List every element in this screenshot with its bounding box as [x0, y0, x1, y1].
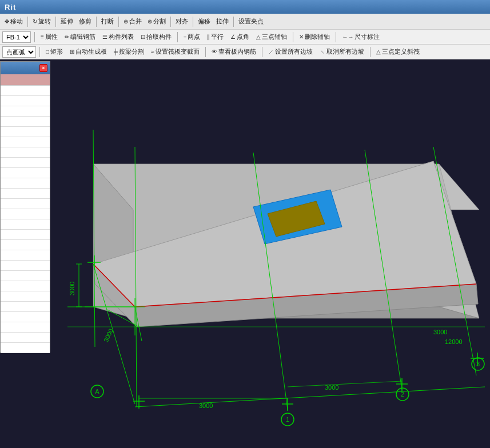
toolbar-row2: FB-1 ≡ 属性 ✏ 编辑钢筋 ☰ 构件列表 ⊡ 拾取构件 ·· 两点 ∥ 平…	[0, 30, 490, 45]
viewport-svg: 3000 3000 3000 3000 3000 12000 A 1 2	[50, 61, 490, 448]
set-slope-icon: ⟋	[268, 49, 274, 55]
side-panel-rows	[1, 86, 50, 353]
merge-btn[interactable]: ⊕ 合并	[121, 16, 144, 27]
move-btn[interactable]: ✥ 移动	[2, 16, 25, 27]
stretch-btn[interactable]: 拉伸	[214, 16, 231, 27]
extend-btn[interactable]: 延伸	[58, 16, 75, 27]
side-panel-row	[1, 230, 50, 240]
split-beam-btn[interactable]: ╪ 按梁分割	[111, 46, 146, 57]
split-label: 分割	[153, 17, 166, 26]
three-aux-icon: △	[256, 34, 261, 40]
sep12	[39, 47, 40, 57]
sep8	[34, 32, 35, 42]
break-label: 打断	[101, 17, 114, 26]
component-dropdown[interactable]: FB-1	[2, 31, 31, 43]
side-panel-row	[1, 322, 50, 333]
edit-rebar-label: 编辑钢筋	[70, 33, 95, 41]
pick-label: 拾取构件	[146, 33, 172, 41]
rect-icon: □	[46, 49, 49, 55]
set-section-icon: ≈	[151, 49, 154, 55]
extend-label: 延伸	[61, 17, 73, 26]
sep13	[205, 47, 206, 57]
side-panel-row	[1, 333, 50, 343]
side-panel-row	[1, 189, 50, 199]
side-panel-row	[1, 291, 50, 302]
sep11	[336, 32, 336, 42]
side-panel-row	[1, 168, 50, 178]
sep4	[118, 17, 119, 27]
props-btn[interactable]: ≡ 属性	[38, 31, 60, 42]
angle-btn[interactable]: ∠ 点角	[228, 31, 252, 42]
del-aux-btn[interactable]: ✕ 删除辅轴	[297, 31, 332, 42]
main-viewport: ×	[0, 61, 490, 448]
view-rebar-label: 查看板内钢筋	[218, 47, 256, 56]
rotate-label: 旋转	[38, 17, 51, 26]
angle-label: 点角	[237, 33, 249, 41]
dim-label: 尺寸标注	[354, 33, 380, 41]
cancel-slope-btn[interactable]: ⟍ 取消所有边坡	[317, 46, 366, 57]
rotate-btn[interactable]: ↻ 旋转	[30, 16, 53, 27]
set-section-label: 设置筏板变截面	[156, 47, 200, 56]
app-title: Rit	[5, 3, 16, 11]
edit-rebar-btn[interactable]: ✏ 编辑钢筋	[62, 31, 98, 42]
comp-list-label: 构件列表	[109, 33, 134, 41]
cancel-slope-label: 取消所有边坡	[326, 47, 364, 56]
draw-mode-dropdown[interactable]: 点画弧	[2, 46, 36, 58]
side-panel-row	[1, 281, 50, 291]
set-section-btn[interactable]: ≈ 设置筏板变截面	[149, 46, 202, 57]
align-label: 对齐	[176, 17, 188, 26]
side-panel-row	[1, 137, 50, 147]
svg-text:1: 1	[286, 416, 289, 423]
side-panel-row	[1, 343, 50, 353]
side-panel-row	[1, 127, 50, 137]
two-point-btn[interactable]: ·· 两点	[181, 31, 203, 42]
side-panel-row	[1, 250, 50, 261]
align-btn[interactable]: 对齐	[173, 16, 190, 27]
set-slope-label: 设置所有边坡	[275, 47, 313, 56]
setpoint-label: 设置夹点	[238, 17, 264, 26]
side-panel-title-row	[1, 74, 50, 86]
side-panel-header: ×	[1, 62, 50, 74]
side-panel-row	[1, 209, 50, 219]
comp-list-btn[interactable]: ☰ 构件列表	[100, 31, 136, 42]
del-aux-icon: ✕	[299, 34, 304, 40]
viewport-3d[interactable]: 3000 3000 3000 3000 3000 12000 A 1 2	[50, 61, 490, 448]
auto-gen-label: 自动生成板	[75, 47, 107, 56]
side-panel: ×	[0, 61, 50, 353]
sep1	[27, 17, 28, 27]
three-slope-icon: △	[376, 49, 381, 55]
two-point-label: 两点	[188, 33, 200, 41]
offset-btn[interactable]: 偏移	[196, 16, 213, 27]
split-btn[interactable]: ⊗ 分割	[145, 16, 168, 27]
three-slope-label: 三点定义斜筏	[382, 47, 420, 56]
side-panel-row	[1, 312, 50, 322]
rotate-icon: ↻	[33, 18, 37, 25]
side-panel-row	[1, 86, 50, 96]
parallel-btn[interactable]: ∥ 平行	[205, 31, 226, 42]
view-rebar-icon: 👁	[212, 49, 217, 55]
toolbar-row1: ✥ 移动 ↻ 旋转 延伸 修剪 打断 ⊕ 合并 ⊗ 分割 对齐 偏移 拉伸 设置…	[0, 14, 490, 30]
break-btn[interactable]: 打断	[99, 16, 116, 27]
stretch-label: 拉伸	[216, 17, 229, 26]
setpoint-btn[interactable]: 设置夹点	[236, 16, 266, 27]
side-panel-row	[1, 117, 50, 127]
props-label: 属性	[45, 33, 58, 41]
parallel-icon: ∥	[207, 34, 210, 40]
three-slope-btn[interactable]: △ 三点定义斜筏	[374, 46, 422, 57]
offset-label: 偏移	[198, 17, 210, 26]
dim-icon: ←→	[342, 34, 353, 40]
side-panel-row	[1, 178, 50, 189]
trim-btn[interactable]: 修剪	[77, 16, 94, 27]
side-panel-row	[1, 106, 50, 117]
view-rebar-btn[interactable]: 👁 查看板内钢筋	[209, 46, 258, 57]
side-panel-row	[1, 199, 50, 209]
sep10	[293, 32, 293, 42]
pick-btn[interactable]: ⊡ 拾取构件	[138, 31, 174, 42]
three-aux-btn[interactable]: △ 三点辅轴	[254, 31, 289, 42]
set-slope-btn[interactable]: ⟋ 设置所有边坡	[266, 46, 315, 57]
dim-btn[interactable]: ←→ 尺寸标注	[340, 31, 382, 42]
rect-btn[interactable]: □ 矩形	[43, 46, 65, 57]
sep15	[370, 47, 371, 57]
auto-gen-btn[interactable]: ⊞ 自动生成板	[67, 46, 109, 57]
close-button[interactable]: ×	[39, 64, 47, 72]
